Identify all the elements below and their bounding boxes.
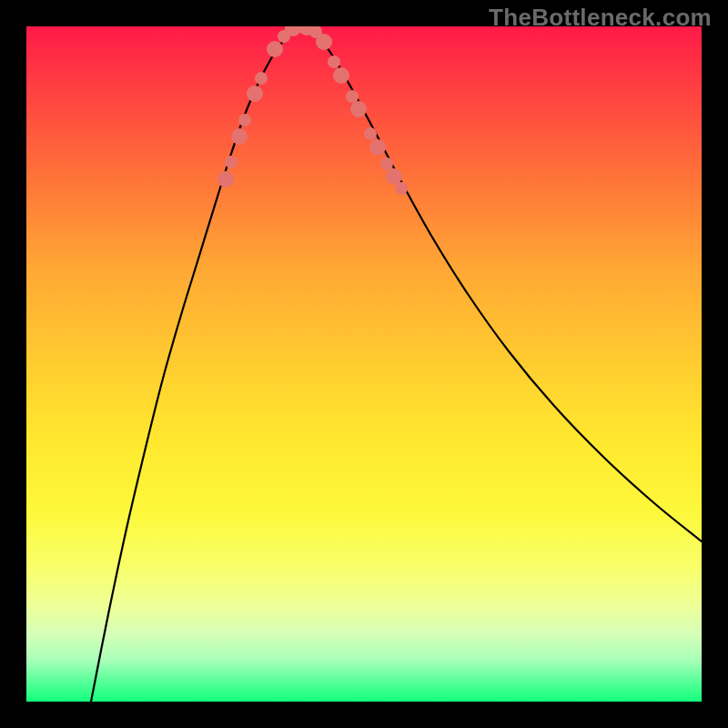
highlight-dot xyxy=(333,67,349,84)
highlight-dot xyxy=(369,139,386,156)
highlight-dot xyxy=(247,86,263,102)
plot-area xyxy=(26,26,702,702)
watermark-text: TheBottleneck.com xyxy=(489,4,712,32)
curve-left-branch xyxy=(91,26,299,702)
highlight-dot xyxy=(255,72,268,85)
highlight-dot xyxy=(217,171,234,187)
highlight-dot xyxy=(346,90,359,103)
highlight-dot xyxy=(225,156,238,168)
chart-svg xyxy=(26,26,702,702)
curve-group xyxy=(91,26,702,702)
highlight-dot xyxy=(267,41,283,57)
highlight-dot xyxy=(364,127,377,140)
highlight-dot xyxy=(350,101,367,117)
highlight-dot xyxy=(231,128,248,145)
highlight-dot xyxy=(395,182,408,195)
highlight-dot xyxy=(238,114,251,126)
highlight-dot xyxy=(328,56,340,68)
highlight-dot xyxy=(316,34,332,50)
highlight-dot xyxy=(380,157,393,170)
